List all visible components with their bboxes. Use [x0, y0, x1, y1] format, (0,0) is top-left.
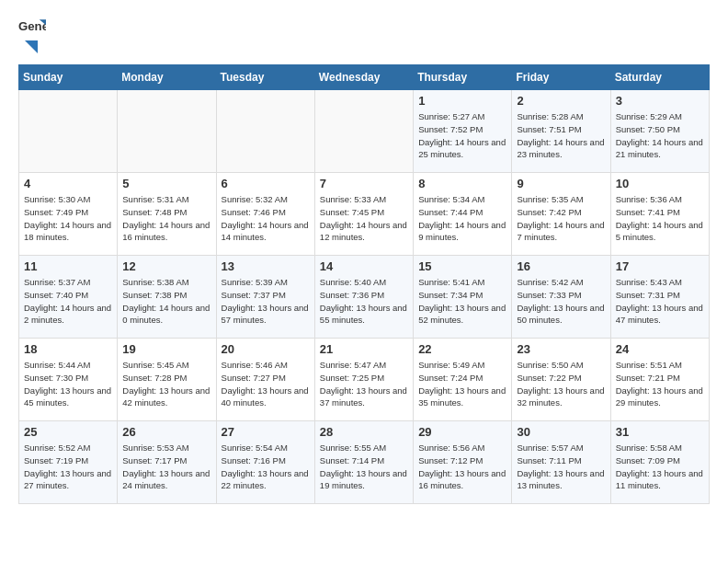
- calendar-cell: 8Sunrise: 5:34 AMSunset: 7:44 PMDaylight…: [414, 173, 512, 256]
- calendar-cell: 24Sunrise: 5:51 AMSunset: 7:21 PMDayligh…: [610, 339, 709, 421]
- day-number: 14: [320, 259, 408, 273]
- calendar-cell: 23Sunrise: 5:50 AMSunset: 7:22 PMDayligh…: [512, 339, 610, 421]
- day-info: Sunrise: 5:57 AMSunset: 7:11 PMDaylight:…: [517, 442, 605, 492]
- day-info: Sunrise: 5:38 AMSunset: 7:38 PMDaylight:…: [122, 276, 210, 327]
- day-number: 24: [616, 342, 704, 356]
- day-info: Sunrise: 5:47 AMSunset: 7:25 PMDaylight:…: [320, 359, 408, 409]
- calendar-cell: 13Sunrise: 5:39 AMSunset: 7:37 PMDayligh…: [216, 256, 314, 339]
- day-number: 28: [320, 425, 408, 439]
- calendar-cell: 12Sunrise: 5:38 AMSunset: 7:38 PMDayligh…: [118, 256, 216, 339]
- calendar-cell: 19Sunrise: 5:45 AMSunset: 7:28 PMDayligh…: [118, 339, 216, 421]
- calendar-cell: 10Sunrise: 5:36 AMSunset: 7:41 PMDayligh…: [610, 173, 709, 256]
- logo: General: [18, 18, 46, 50]
- day-info: Sunrise: 5:58 AMSunset: 7:09 PMDaylight:…: [616, 442, 704, 492]
- day-info: Sunrise: 5:34 AMSunset: 7:44 PMDaylight:…: [418, 193, 506, 244]
- calendar-week-row: 11Sunrise: 5:37 AMSunset: 7:40 PMDayligh…: [19, 256, 710, 339]
- day-info: Sunrise: 5:29 AMSunset: 7:50 PMDaylight:…: [616, 110, 704, 161]
- calendar-cell: 27Sunrise: 5:54 AMSunset: 7:16 PMDayligh…: [216, 421, 314, 504]
- day-info: Sunrise: 5:46 AMSunset: 7:27 PMDaylight:…: [222, 359, 310, 409]
- day-info: Sunrise: 5:39 AMSunset: 7:37 PMDaylight:…: [222, 276, 310, 327]
- day-info: Sunrise: 5:44 AMSunset: 7:30 PMDaylight:…: [24, 359, 112, 409]
- day-number: 3: [616, 94, 704, 108]
- day-info: Sunrise: 5:54 AMSunset: 7:16 PMDaylight:…: [222, 442, 310, 492]
- calendar-cell: [314, 90, 413, 173]
- calendar-table: SundayMondayTuesdayWednesdayThursdayFrid…: [18, 64, 710, 504]
- calendar-week-row: 25Sunrise: 5:52 AMSunset: 7:19 PMDayligh…: [19, 421, 710, 504]
- calendar-cell: 20Sunrise: 5:46 AMSunset: 7:27 PMDayligh…: [216, 339, 314, 421]
- calendar-cell: 29Sunrise: 5:56 AMSunset: 7:12 PMDayligh…: [414, 421, 512, 504]
- calendar-week-row: 1Sunrise: 5:27 AMSunset: 7:52 PMDaylight…: [19, 90, 710, 173]
- day-info: Sunrise: 5:55 AMSunset: 7:14 PMDaylight:…: [320, 442, 408, 492]
- calendar-cell: 22Sunrise: 5:49 AMSunset: 7:24 PMDayligh…: [414, 339, 512, 421]
- day-number: 25: [24, 425, 112, 439]
- calendar-header-row: SundayMondayTuesdayWednesdayThursdayFrid…: [19, 65, 710, 90]
- logo-icon: General: [18, 18, 46, 35]
- calendar-cell: 28Sunrise: 5:55 AMSunset: 7:14 PMDayligh…: [314, 421, 413, 504]
- calendar-cell: 7Sunrise: 5:33 AMSunset: 7:45 PMDaylight…: [314, 173, 413, 256]
- calendar-cell: 11Sunrise: 5:37 AMSunset: 7:40 PMDayligh…: [19, 256, 118, 339]
- calendar-cell: 17Sunrise: 5:43 AMSunset: 7:31 PMDayligh…: [610, 256, 709, 339]
- calendar-cell: 4Sunrise: 5:30 AMSunset: 7:49 PMDaylight…: [19, 173, 118, 256]
- weekday-header-wednesday: Wednesday: [314, 65, 413, 90]
- day-number: 23: [517, 342, 605, 356]
- calendar-cell: [216, 90, 314, 173]
- day-info: Sunrise: 5:41 AMSunset: 7:34 PMDaylight:…: [418, 276, 506, 327]
- day-info: Sunrise: 5:56 AMSunset: 7:12 PMDaylight:…: [418, 442, 506, 492]
- weekday-header-sunday: Sunday: [19, 65, 118, 90]
- calendar-cell: 18Sunrise: 5:44 AMSunset: 7:30 PMDayligh…: [19, 339, 118, 421]
- day-info: Sunrise: 5:32 AMSunset: 7:46 PMDaylight:…: [222, 193, 310, 244]
- day-number: 1: [418, 94, 506, 108]
- day-info: Sunrise: 5:42 AMSunset: 7:33 PMDaylight:…: [517, 276, 605, 327]
- calendar-body: 1Sunrise: 5:27 AMSunset: 7:52 PMDaylight…: [19, 90, 710, 504]
- day-number: 29: [418, 425, 506, 439]
- calendar-cell: 21Sunrise: 5:47 AMSunset: 7:25 PMDayligh…: [314, 339, 413, 421]
- calendar-cell: [118, 90, 216, 173]
- day-number: 26: [122, 425, 210, 439]
- day-info: Sunrise: 5:36 AMSunset: 7:41 PMDaylight:…: [616, 193, 704, 244]
- day-number: 5: [122, 177, 210, 190]
- day-number: 31: [616, 425, 704, 439]
- day-number: 13: [222, 259, 310, 273]
- calendar-cell: 1Sunrise: 5:27 AMSunset: 7:52 PMDaylight…: [414, 90, 512, 173]
- day-number: 2: [517, 94, 605, 108]
- calendar-cell: 15Sunrise: 5:41 AMSunset: 7:34 PMDayligh…: [414, 256, 512, 339]
- day-info: Sunrise: 5:53 AMSunset: 7:17 PMDaylight:…: [122, 442, 210, 492]
- calendar-cell: 26Sunrise: 5:53 AMSunset: 7:17 PMDayligh…: [118, 421, 216, 504]
- svg-text:General: General: [18, 19, 46, 33]
- weekday-header-thursday: Thursday: [414, 65, 512, 90]
- day-info: Sunrise: 5:28 AMSunset: 7:51 PMDaylight:…: [517, 110, 605, 161]
- day-number: 6: [222, 177, 310, 190]
- day-info: Sunrise: 5:27 AMSunset: 7:52 PMDaylight:…: [418, 110, 506, 161]
- day-info: Sunrise: 5:35 AMSunset: 7:42 PMDaylight:…: [517, 193, 605, 244]
- calendar-cell: [19, 90, 118, 173]
- day-number: 9: [517, 177, 605, 190]
- day-info: Sunrise: 5:37 AMSunset: 7:40 PMDaylight:…: [24, 276, 112, 327]
- calendar-cell: 3Sunrise: 5:29 AMSunset: 7:50 PMDaylight…: [610, 90, 709, 173]
- calendar-week-row: 18Sunrise: 5:44 AMSunset: 7:30 PMDayligh…: [19, 339, 710, 421]
- day-info: Sunrise: 5:31 AMSunset: 7:48 PMDaylight:…: [122, 193, 210, 244]
- day-info: Sunrise: 5:30 AMSunset: 7:49 PMDaylight:…: [24, 193, 112, 244]
- calendar-cell: 25Sunrise: 5:52 AMSunset: 7:19 PMDayligh…: [19, 421, 118, 504]
- calendar-cell: 16Sunrise: 5:42 AMSunset: 7:33 PMDayligh…: [512, 256, 610, 339]
- day-number: 18: [24, 342, 112, 356]
- day-info: Sunrise: 5:45 AMSunset: 7:28 PMDaylight:…: [122, 359, 210, 409]
- day-info: Sunrise: 5:33 AMSunset: 7:45 PMDaylight:…: [320, 193, 408, 244]
- weekday-header-saturday: Saturday: [610, 65, 709, 90]
- day-number: 20: [222, 342, 310, 356]
- day-number: 11: [24, 259, 112, 273]
- day-number: 7: [320, 177, 408, 190]
- day-number: 27: [222, 425, 310, 439]
- calendar-cell: 14Sunrise: 5:40 AMSunset: 7:36 PMDayligh…: [314, 256, 413, 339]
- day-number: 21: [320, 342, 408, 356]
- calendar-cell: 6Sunrise: 5:32 AMSunset: 7:46 PMDaylight…: [216, 173, 314, 256]
- day-info: Sunrise: 5:40 AMSunset: 7:36 PMDaylight:…: [320, 276, 408, 327]
- weekday-header-monday: Monday: [118, 65, 216, 90]
- day-info: Sunrise: 5:43 AMSunset: 7:31 PMDaylight:…: [616, 276, 704, 327]
- svg-marker-2: [25, 40, 38, 53]
- calendar-cell: 30Sunrise: 5:57 AMSunset: 7:11 PMDayligh…: [512, 421, 610, 504]
- day-number: 17: [616, 259, 704, 273]
- calendar-week-row: 4Sunrise: 5:30 AMSunset: 7:49 PMDaylight…: [19, 173, 710, 256]
- weekday-header-tuesday: Tuesday: [216, 65, 314, 90]
- day-info: Sunrise: 5:50 AMSunset: 7:22 PMDaylight:…: [517, 359, 605, 409]
- day-number: 10: [616, 177, 704, 190]
